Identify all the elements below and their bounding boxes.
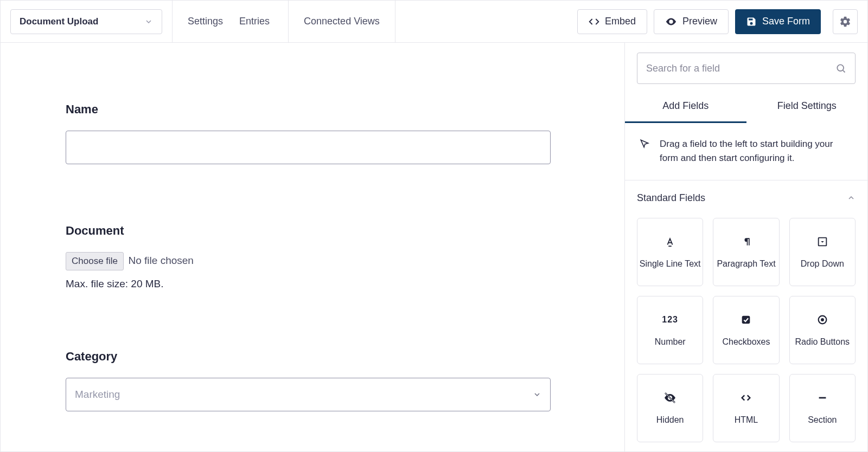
document-label: Document bbox=[66, 224, 551, 238]
save-form-button[interactable]: Save Form bbox=[735, 9, 821, 34]
number-icon: 123 bbox=[662, 313, 678, 326]
field-checkboxes[interactable]: Checkboxes bbox=[713, 296, 779, 364]
form-selector-dropdown[interactable]: Document Upload bbox=[10, 9, 162, 34]
svg-point-8 bbox=[821, 318, 824, 321]
field-section[interactable]: Section bbox=[789, 374, 856, 442]
dropdown-icon bbox=[816, 235, 828, 248]
text-icon bbox=[664, 235, 676, 248]
card-label: Hidden bbox=[656, 415, 684, 425]
preview-label: Preview bbox=[682, 16, 717, 27]
nav-settings[interactable]: Settings bbox=[188, 16, 223, 27]
field-hidden[interactable]: Hidden bbox=[637, 374, 703, 442]
category-label: Category bbox=[66, 350, 551, 364]
topbar: Document Upload Settings Entries Connect… bbox=[1, 1, 867, 43]
card-label: Radio Buttons bbox=[795, 337, 850, 347]
radio-icon bbox=[816, 313, 828, 326]
tab-field-settings[interactable]: Field Settings bbox=[746, 100, 868, 123]
category-select[interactable]: Marketing bbox=[66, 378, 551, 411]
chevron-up-icon bbox=[847, 193, 856, 202]
gear-icon bbox=[839, 16, 851, 28]
nav-entries[interactable]: Entries bbox=[239, 16, 270, 27]
name-label: Name bbox=[66, 102, 551, 117]
svg-point-1 bbox=[837, 64, 844, 71]
sidebar-tabs: Add Fields Field Settings bbox=[625, 100, 867, 123]
search-icon bbox=[835, 63, 846, 74]
no-file-text: No file chosen bbox=[129, 255, 194, 266]
hidden-icon bbox=[663, 391, 676, 404]
card-label: HTML bbox=[735, 415, 758, 425]
nav-connected-views[interactable]: Connected Views bbox=[304, 16, 380, 27]
field-drop-down[interactable]: Drop Down bbox=[789, 218, 856, 286]
name-input[interactable] bbox=[66, 131, 551, 164]
eye-icon bbox=[665, 16, 677, 28]
form-selector-label: Document Upload bbox=[20, 16, 98, 27]
hint: Drag a field to the left to start buildi… bbox=[625, 123, 867, 180]
sidebar: Add Fields Field Settings Drag a field t… bbox=[624, 43, 867, 451]
hint-text: Drag a field to the left to start buildi… bbox=[660, 137, 853, 166]
card-label: Section bbox=[808, 415, 837, 425]
code-icon bbox=[589, 16, 599, 27]
settings-gear-button[interactable] bbox=[833, 9, 858, 34]
svg-rect-6 bbox=[742, 315, 750, 324]
field-grid: Single Line Text Paragraph Text Drop Dow… bbox=[625, 204, 867, 442]
max-size-text: Max. file size: 20 MB. bbox=[66, 278, 551, 290]
save-label: Save Form bbox=[762, 16, 810, 27]
divider bbox=[288, 1, 289, 43]
save-icon bbox=[746, 16, 757, 27]
chevron-down-icon bbox=[533, 390, 541, 399]
section-title: Standard Fields bbox=[637, 192, 705, 204]
paragraph-icon bbox=[741, 235, 751, 248]
embed-label: Embed bbox=[605, 16, 636, 27]
field-category: Category Marketing bbox=[66, 350, 551, 411]
card-label: Single Line Text bbox=[640, 259, 701, 269]
cursor-icon bbox=[639, 138, 650, 166]
field-radio-buttons[interactable]: Radio Buttons bbox=[789, 296, 856, 364]
chevron-down-icon bbox=[144, 17, 153, 26]
field-name: Name bbox=[66, 102, 551, 164]
svg-point-0 bbox=[670, 21, 672, 23]
card-label: Drop Down bbox=[801, 259, 844, 269]
category-placeholder: Marketing bbox=[75, 389, 120, 401]
card-label: Number bbox=[655, 337, 686, 347]
checkbox-icon bbox=[740, 313, 752, 326]
embed-button[interactable]: Embed bbox=[577, 9, 647, 34]
search-input[interactable] bbox=[646, 63, 835, 74]
divider bbox=[172, 1, 173, 43]
card-label: Checkboxes bbox=[722, 337, 770, 347]
choose-file-button[interactable]: Choose file bbox=[66, 252, 124, 270]
field-search[interactable] bbox=[637, 53, 856, 84]
standard-fields-header[interactable]: Standard Fields bbox=[625, 180, 867, 204]
field-document: Document Choose file No file chosen Max.… bbox=[66, 224, 551, 290]
top-nav: Settings Entries bbox=[188, 16, 270, 27]
section-icon bbox=[816, 391, 828, 404]
svg-line-2 bbox=[843, 70, 845, 73]
field-html[interactable]: HTML bbox=[713, 374, 779, 442]
preview-button[interactable]: Preview bbox=[654, 9, 729, 34]
divider bbox=[395, 1, 395, 43]
form-canvas: Name Document Choose file No file chosen… bbox=[1, 43, 624, 451]
tab-add-fields[interactable]: Add Fields bbox=[625, 100, 746, 123]
field-single-line-text[interactable]: Single Line Text bbox=[637, 218, 703, 286]
field-paragraph-text[interactable]: Paragraph Text bbox=[713, 218, 779, 286]
field-number[interactable]: 123 Number bbox=[637, 296, 703, 364]
card-label: Paragraph Text bbox=[717, 259, 775, 269]
html-icon bbox=[740, 391, 752, 404]
